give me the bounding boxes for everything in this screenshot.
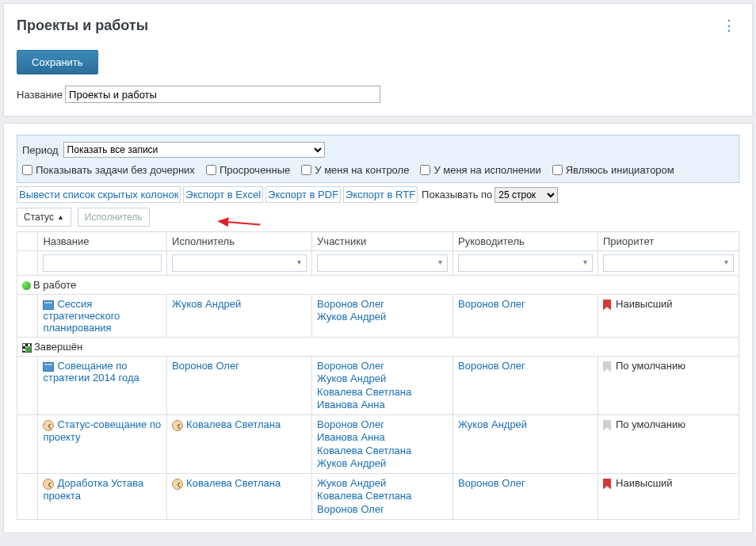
export-pdf-link[interactable]: Экспорт в PDF bbox=[265, 186, 341, 203]
filter-name-input[interactable] bbox=[43, 254, 162, 272]
task-name-link[interactable]: Сессия стратегического планирования bbox=[43, 298, 120, 334]
group-status-label: В работе bbox=[33, 279, 76, 291]
priority-label: По умолчанию bbox=[616, 360, 685, 372]
cb-my-exec-input[interactable] bbox=[420, 165, 430, 175]
leader-link[interactable]: Воронов Олег bbox=[458, 477, 525, 489]
participant-link[interactable]: Воронов Олег bbox=[317, 360, 448, 372]
period-select[interactable]: Показать все записи bbox=[63, 142, 325, 158]
status-done-icon bbox=[22, 343, 32, 353]
cb-overdue[interactable]: Просроченные bbox=[206, 164, 290, 176]
priority-bookmark-icon bbox=[603, 361, 611, 372]
leader-link[interactable]: Жуков Андрей bbox=[458, 418, 527, 430]
filter-row bbox=[17, 251, 739, 276]
cb-my-exec[interactable]: У меня на исполнении bbox=[420, 164, 540, 176]
records-per-page-select[interactable]: 25 строк bbox=[494, 187, 558, 203]
export-excel-link[interactable]: Экспорт в Excel bbox=[183, 186, 263, 203]
participant-link[interactable]: Ковалева Светлана bbox=[317, 490, 448, 502]
participant-link[interactable]: Жуков Андрей bbox=[317, 477, 448, 490]
data-card: Период Показать все записи Показывать за… bbox=[3, 123, 753, 533]
participant-link[interactable]: Ковалева Светлана bbox=[317, 386, 448, 399]
period-label: Период bbox=[22, 144, 59, 156]
filter-priority-dd[interactable] bbox=[603, 254, 734, 272]
show-by-label: Показывать по bbox=[422, 189, 492, 200]
cb-my-control[interactable]: У меня на контроле bbox=[301, 164, 409, 176]
cb-my-control-input[interactable] bbox=[301, 165, 311, 175]
participant-link[interactable]: Воронов Олег bbox=[317, 503, 448, 516]
calendar-icon bbox=[43, 362, 54, 372]
participant-link[interactable]: Иванова Анна bbox=[317, 431, 448, 444]
status-active-icon bbox=[22, 281, 31, 290]
group-status-label: Завершён bbox=[34, 341, 82, 353]
group-row[interactable]: В работе bbox=[17, 276, 739, 295]
priority-label: По умолчанию bbox=[616, 418, 685, 430]
table-row: Сессия стратегического планированияЖуков… bbox=[17, 295, 739, 338]
participant-link[interactable]: Иванова Анна bbox=[317, 399, 448, 411]
filter-participants-dd[interactable] bbox=[317, 254, 448, 272]
cb-initiator-input[interactable] bbox=[552, 165, 563, 175]
grid-toolbar: Вывести список скрытых колонок Экспорт в… bbox=[17, 186, 739, 203]
task-name-link[interactable]: Статус-совещание по проекту bbox=[43, 418, 161, 443]
table-row: Совещание по стратегии 2014 годаВоронов … bbox=[17, 357, 739, 415]
executor-link[interactable]: Воронов Олег bbox=[172, 360, 239, 372]
priority-bookmark-icon bbox=[603, 479, 611, 490]
col-name[interactable]: Название bbox=[38, 232, 167, 251]
participant-link[interactable]: Жуков Андрей bbox=[317, 372, 448, 385]
task-name-link[interactable]: Совещание по стратегии 2014 года bbox=[43, 360, 139, 384]
col-leader[interactable]: Руководитель bbox=[453, 232, 598, 251]
show-hidden-cols-link[interactable]: Вывести список скрытых колонок bbox=[17, 186, 181, 203]
executor-link[interactable]: Ковалева Светлана bbox=[186, 477, 281, 489]
group-row[interactable]: Завершён bbox=[17, 338, 739, 357]
participant-link[interactable]: Воронов Олег bbox=[317, 298, 448, 311]
table-row: Доработка Устава проектаКовалева Светлан… bbox=[17, 474, 739, 520]
leader-link[interactable]: Воронов Олег bbox=[458, 360, 525, 372]
page-title: Проекты и работы bbox=[17, 17, 148, 34]
clock-icon bbox=[172, 420, 183, 431]
priority-label: Наивысший bbox=[616, 477, 673, 489]
grouping-bar: Статус ▲ Исполнитель bbox=[17, 208, 739, 227]
leader-link[interactable]: Воронов Олег bbox=[458, 298, 525, 310]
export-rtf-link[interactable]: Экспорт в RTF bbox=[343, 186, 418, 203]
clock-icon bbox=[43, 420, 54, 431]
tasks-table: Название Исполнитель Участники Руководит… bbox=[17, 231, 739, 520]
clock-icon bbox=[172, 479, 183, 490]
cb-initiator[interactable]: Являюсь инициатором bbox=[552, 164, 674, 176]
priority-bookmark-icon bbox=[603, 300, 611, 311]
save-button[interactable]: Сохранить bbox=[17, 50, 98, 74]
calendar-icon bbox=[43, 300, 54, 310]
executor-link[interactable]: Ковалева Светлана bbox=[186, 418, 281, 430]
participant-link[interactable]: Жуков Андрей bbox=[317, 311, 448, 323]
sort-asc-icon: ▲ bbox=[57, 213, 64, 221]
executor-link[interactable]: Жуков Андрей bbox=[172, 298, 241, 310]
header-row: Название Исполнитель Участники Руководит… bbox=[17, 232, 739, 251]
name-input[interactable] bbox=[65, 86, 380, 103]
group-chip-placeholder[interactable]: Исполнитель bbox=[78, 208, 150, 227]
participant-link[interactable]: Жуков Андрей bbox=[317, 457, 448, 470]
name-label: Название bbox=[17, 89, 63, 101]
participant-link[interactable]: Ковалева Светлана bbox=[317, 445, 448, 457]
cb-no-children[interactable]: Показывать задачи без дочерних bbox=[22, 164, 195, 176]
priority-bookmark-icon bbox=[603, 420, 611, 431]
table-row: Статус-совещание по проектуКовалева Свет… bbox=[17, 415, 739, 474]
filter-executor-dd[interactable] bbox=[172, 254, 307, 272]
group-chip-status[interactable]: Статус ▲ bbox=[17, 208, 71, 227]
kebab-menu-icon[interactable]: ⋮ bbox=[719, 15, 739, 36]
col-participants[interactable]: Участники bbox=[312, 232, 453, 251]
participant-link[interactable]: Воронов Олег bbox=[317, 418, 448, 431]
filter-leader-dd[interactable] bbox=[458, 254, 593, 272]
filter-panel: Период Показать все записи Показывать за… bbox=[17, 135, 739, 183]
task-name-link[interactable]: Доработка Устава проекта bbox=[43, 477, 143, 502]
col-priority[interactable]: Приоритет bbox=[598, 232, 739, 251]
clock-icon bbox=[43, 479, 54, 490]
col-executor[interactable]: Исполнитель bbox=[167, 232, 312, 251]
priority-label: Наивысший bbox=[616, 298, 673, 310]
settings-card: Проекты и работы ⋮ Сохранить Название bbox=[3, 3, 753, 116]
cb-no-children-input[interactable] bbox=[22, 165, 32, 175]
cb-overdue-input[interactable] bbox=[206, 165, 216, 175]
